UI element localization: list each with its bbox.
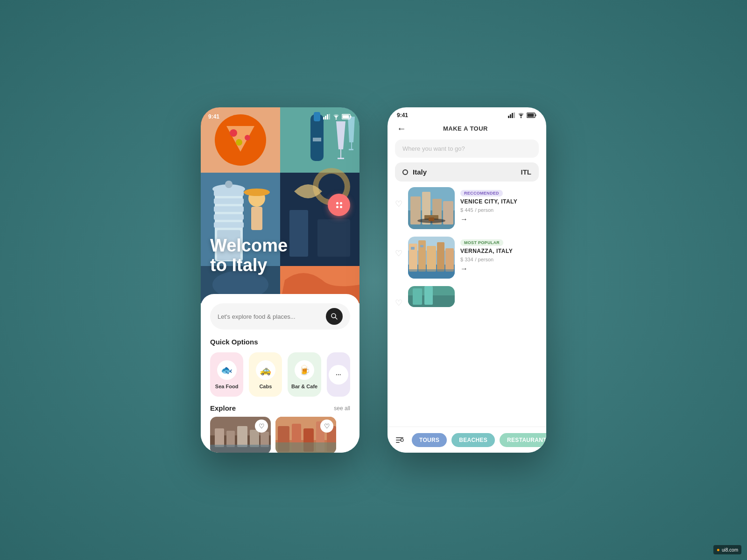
hero-title: Welcome to Italy: [210, 236, 288, 275]
svg-point-68: [521, 117, 522, 119]
battery-icon-p2: [527, 112, 537, 118]
vernazza-price-value: $ 334: [460, 257, 473, 262]
svg-rect-63: [275, 442, 336, 453]
explore-img-2: ♡: [275, 417, 336, 453]
vernazza-price: $ 334 / person: [460, 255, 539, 263]
venice-price: $ 445 / person: [460, 206, 539, 213]
svg-rect-53: [250, 430, 259, 447]
dot3: [336, 206, 338, 208]
p2-location-left: Italy: [402, 168, 427, 176]
phones-container: 9:41 Welcome to Italy: [201, 107, 546, 453]
svg-rect-44: [343, 115, 349, 119]
svg-rect-89: [411, 247, 415, 250]
seafood-icon: 🐟: [217, 360, 237, 380]
search-bar-phone1[interactable]: [210, 303, 350, 329]
vernazza-svg: [408, 237, 455, 279]
watermark-text: ui8.com: [722, 547, 738, 553]
option-cabs[interactable]: 🚕 Cabs: [249, 352, 282, 397]
explore-img-1: ♡: [210, 417, 271, 453]
svg-rect-95: [424, 286, 433, 305]
wifi-icon-phone1: [332, 114, 340, 119]
cabs-label: Cabs: [259, 384, 272, 389]
venice-svg: [408, 187, 455, 229]
listing-item-venice[interactable]: ♡ RECCOMEND: [395, 187, 539, 229]
search-button-phone1[interactable]: [326, 308, 343, 325]
svg-rect-32: [317, 219, 350, 257]
venice-price-value: $ 445: [460, 207, 473, 213]
dot4: [340, 206, 342, 208]
svg-rect-22: [214, 214, 244, 220]
explore-images: ♡ ♡: [210, 417, 350, 453]
title-line1: Welcome: [210, 236, 288, 256]
svg-rect-66: [512, 113, 513, 118]
location-dot: [402, 169, 408, 175]
tab-tours[interactable]: TOURS: [412, 433, 447, 447]
explore-header: Explore see all: [210, 404, 350, 412]
svg-rect-13: [338, 158, 344, 159]
vernazza-arrow[interactable]: →: [460, 265, 539, 273]
svg-rect-21: [214, 206, 244, 212]
status-icons-phone1: [323, 114, 352, 119]
venice-price-unit: / person: [475, 207, 493, 213]
location-name: Italy: [413, 168, 427, 176]
quick-options-list: 🐟 Sea Food 🚕 Cabs 🍺 Bar & Cafe ···: [210, 352, 350, 397]
fab-button[interactable]: [328, 194, 350, 216]
filter-svg: [395, 435, 404, 445]
heart-vernazza[interactable]: ♡: [395, 248, 402, 259]
venice-arrow[interactable]: →: [460, 215, 539, 224]
tab-restaurants[interactable]: RESTAURANTS: [500, 433, 546, 447]
option-more[interactable]: ···: [327, 352, 350, 397]
heart-btn-1[interactable]: ♡: [255, 420, 268, 433]
svg-rect-16: [349, 149, 353, 150]
svg-rect-94: [413, 288, 422, 305]
status-icons-phone2: [508, 112, 537, 118]
listing-item-vernazza[interactable]: ♡: [395, 237, 539, 279]
p2-search-bar[interactable]: Where you want to go?: [395, 140, 539, 158]
dot2: [340, 202, 342, 204]
svg-rect-88: [445, 248, 454, 272]
heart-btn-2[interactable]: ♡: [320, 420, 333, 433]
svg-rect-10: [313, 138, 321, 141]
quick-options-title: Quick Options: [210, 338, 350, 346]
back-button-p2[interactable]: ←: [397, 123, 405, 134]
signal-icon: [323, 114, 331, 119]
svg-rect-55: [210, 445, 271, 453]
watermark: ● ui8.com: [713, 545, 741, 554]
status-bar-phone1: 9:41: [201, 107, 359, 122]
svg-point-6: [236, 139, 242, 146]
svg-rect-96: [396, 437, 403, 438]
tab-beaches[interactable]: BEACHES: [451, 433, 495, 447]
heart-venice[interactable]: ♡: [395, 199, 402, 209]
svg-rect-87: [437, 242, 444, 272]
svg-rect-41: [329, 114, 330, 119]
filter-icon[interactable]: [395, 433, 404, 447]
svg-rect-45: [351, 116, 352, 118]
svg-point-5: [245, 135, 250, 140]
seafood-label: Sea Food: [215, 384, 239, 389]
search-input-phone1[interactable]: [218, 313, 326, 320]
barcafe-label: Bar & Cafe: [291, 384, 317, 389]
svg-rect-20: [214, 198, 244, 204]
svg-rect-98: [396, 442, 400, 443]
see-all-link[interactable]: see all: [334, 405, 350, 412]
partial-svg: [408, 286, 455, 307]
time-phone1: 9:41: [208, 113, 219, 120]
svg-rect-15: [351, 142, 352, 149]
p2-page-title: MAKE A TOUR: [443, 125, 488, 132]
svg-rect-39: [325, 116, 326, 119]
svg-rect-40: [327, 114, 328, 119]
svg-rect-91: [408, 269, 455, 279]
signal-icon-p2: [508, 112, 515, 118]
option-barcafe[interactable]: 🍺 Bar & Cafe: [288, 352, 321, 397]
svg-rect-29: [251, 207, 262, 230]
p2-listings: ♡ RECCOMEND: [388, 187, 546, 308]
svg-rect-23: [214, 222, 244, 228]
p2-bottom-nav: TOURS BEACHES RESTAURANTS: [388, 427, 546, 453]
option-seafood[interactable]: 🐟 Sea Food: [210, 352, 243, 397]
wifi-icon-p2: [517, 112, 525, 118]
title-line2: to Italy: [210, 256, 288, 275]
svg-point-26: [225, 181, 233, 188]
popular-badge: MOST POPULAR: [460, 239, 503, 246]
svg-point-4: [230, 129, 237, 137]
svg-rect-86: [427, 246, 436, 272]
